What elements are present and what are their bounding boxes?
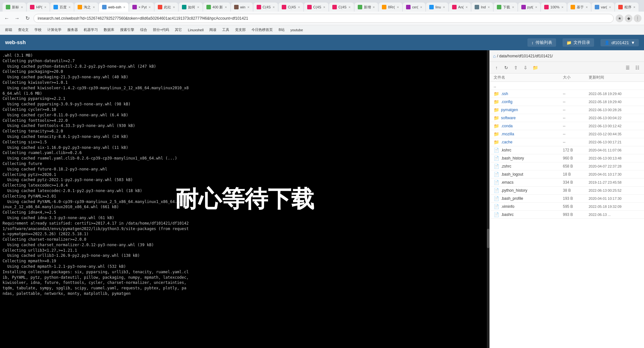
url-input[interactable] (33, 14, 614, 23)
browser-tab[interactable]: 新增× (355, 3, 378, 12)
tab-close-button[interactable]: × (397, 5, 399, 9)
fm-file-row[interactable]: 📁.conda--2022-06-13 00:12:42 (490, 122, 644, 130)
fm-file-row[interactable]: 📄.bash_profile193 B2020-04-01 10:17:30 (490, 195, 644, 203)
tab-close-button[interactable]: × (298, 5, 300, 9)
browser-tab[interactable]: C(4S× (279, 3, 303, 12)
bookmark-item[interactable]: 学校 (32, 27, 44, 33)
new-folder-button[interactable]: 📁 (531, 63, 539, 72)
tab-close-button[interactable]: × (69, 5, 71, 9)
tab-close-button[interactable]: × (273, 5, 275, 9)
tab-close-button[interactable]: × (247, 5, 249, 9)
browser-tab[interactable]: × Pyt× (129, 3, 154, 12)
bookmark-item[interactable]: Linuxshell (185, 27, 206, 33)
tab-close-button[interactable]: × (443, 5, 445, 9)
bookmark-item[interactable]: 查论文 (15, 27, 31, 33)
browser-tab[interactable]: 8Rr(× (379, 3, 402, 12)
tab-close-button[interactable]: × (21, 5, 23, 9)
bookmark-item[interactable]: 党支部 (232, 27, 248, 33)
bookmark-item[interactable]: 数据库 (101, 27, 117, 33)
fm-file-row[interactable]: 📁.config--2022-05-18 19:29:40 (490, 98, 644, 106)
fm-file-row[interactable]: 📄.zshrc658 B2020-04-07 22:37:28 (490, 162, 644, 170)
browser-tab[interactable]: var(× (592, 3, 614, 12)
fm-file-row[interactable]: 📄.kshrc172 B2020-04-01 11:07:06 (490, 146, 644, 154)
browser-tab[interactable]: 下载× (494, 3, 517, 12)
tab-close-button[interactable]: × (535, 5, 537, 9)
parent-dir-row[interactable]: .. (490, 82, 644, 90)
bookmark-item[interactable]: 综合 (137, 27, 150, 33)
terminal[interactable]: .whl (3.1 MB) Collecting python-dateutil… (0, 50, 489, 348)
tab-close-button[interactable]: × (148, 5, 150, 9)
tab-close-button[interactable]: × (123, 5, 125, 9)
tab-close-button[interactable]: × (348, 5, 350, 9)
download-button[interactable]: ⇩ (521, 63, 530, 72)
browser-tab[interactable]: An(× (449, 3, 471, 12)
browser-tab[interactable]: 100%× (541, 3, 567, 12)
browser-tab[interactable]: HP(× (27, 3, 49, 12)
bookmark-item[interactable]: 今日热榜首页 (249, 27, 275, 33)
browser-tab[interactable]: web-ssh× (99, 3, 128, 12)
browser-tab[interactable]: 如何× (179, 3, 202, 12)
browser-tab[interactable]: linu× (426, 3, 448, 12)
bookmark-item[interactable]: 邮箱 (3, 27, 15, 33)
fm-file-row[interactable]: 📄.bashrc993 B2022-06-13 ... (490, 211, 644, 219)
bookmark-item[interactable]: 服务器 (65, 27, 80, 33)
file-dir-btn[interactable]: 📁 文件目录 (563, 38, 594, 47)
tab-close-button[interactable]: × (561, 5, 563, 9)
reload-button[interactable]: ↻ (23, 14, 32, 23)
forward-button[interactable]: → (13, 14, 21, 23)
fm-file-row[interactable]: 📄.emacs334 B2019-11-27 23:45:58 (490, 179, 644, 187)
user-btn[interactable]: 👤 df101421 ▼ (601, 39, 639, 46)
browser-tab[interactable]: 此社× (155, 3, 178, 12)
browser-tab[interactable]: pyt(× (518, 3, 541, 12)
fm-file-row[interactable]: 📁pymatgen--2022-06-13 00:28:26 (490, 106, 644, 114)
browser-tab[interactable]: C(4S× (304, 3, 329, 12)
tab-close-button[interactable]: × (44, 5, 46, 9)
view-grid-button[interactable]: ☷ (633, 63, 641, 72)
tab-close-button[interactable]: × (633, 5, 635, 9)
terminal-scrollbar-thumb[interactable] (487, 229, 489, 248)
bookmark-star-icon[interactable]: ★ (616, 15, 623, 22)
bookmark-item[interactable]: 阅读 (207, 27, 219, 33)
fm-content[interactable]: .. 📁.ssh--2022-05-18 19:29:40📁.config--2… (490, 82, 644, 348)
browser-tab[interactable]: 百度× (50, 3, 74, 12)
tab-close-button[interactable]: × (197, 5, 199, 9)
tab-close-button[interactable]: × (93, 5, 95, 9)
browser-tab[interactable]: 新标× (3, 3, 26, 12)
extension-icon[interactable]: ◆ (625, 15, 632, 22)
fm-file-row[interactable]: 📄.viminfo595 B2022-05-18 19:32:09 (490, 203, 644, 211)
fm-file-row[interactable]: 📁software--2022-06-13 00:04:22 (490, 114, 644, 122)
tab-close-button[interactable]: × (225, 5, 227, 9)
parent-dir-button[interactable]: ↑ (492, 63, 501, 72)
bookmark-item[interactable]: 计算化学 (45, 27, 64, 33)
fm-file-row[interactable]: 📁.cache--2022-06-13 00:17:21 (490, 138, 644, 146)
tab-close-button[interactable]: × (512, 5, 514, 9)
tab-close-button[interactable]: × (323, 5, 325, 9)
back-button[interactable]: ← (3, 14, 11, 23)
bookmark-item[interactable]: youtube (288, 27, 306, 33)
bookmark-item[interactable]: 其它 (172, 27, 185, 33)
fm-file-row[interactable]: 📄.bash_history960 B2022-06-13 00:13:48 (490, 154, 644, 162)
fm-file-row[interactable]: 📄.bash_logout18 B2020-04-01 10:17:30 (490, 170, 644, 179)
tab-close-button[interactable]: × (586, 5, 588, 9)
bookmark-item[interactable]: B站 (276, 27, 287, 33)
settings-icon[interactable]: ⋮ (634, 15, 641, 22)
transfer-list-btn[interactable]: ↕ 传输列表 (527, 38, 556, 47)
refresh-button[interactable]: ↻ (502, 63, 510, 72)
tab-close-button[interactable]: × (488, 5, 490, 9)
browser-tab[interactable]: C(4S× (253, 3, 278, 12)
bookmark-item[interactable]: 部分+代码 (150, 27, 172, 33)
tab-close-button[interactable]: × (420, 5, 422, 9)
terminal-scrollbar[interactable] (487, 50, 489, 348)
fm-file-row[interactable]: 📄.python_history38 B2022-06-13 00:25:52 (490, 187, 644, 195)
bookmark-item[interactable]: 工具 (220, 27, 232, 33)
browser-tab[interactable]: 淘之× (74, 3, 98, 12)
tab-close-button[interactable]: × (609, 5, 611, 9)
bookmark-item[interactable]: 搜索引擎 (118, 27, 137, 33)
browser-tab[interactable]: 程序× (615, 3, 639, 12)
browser-tab[interactable]: C(4S× (329, 3, 354, 12)
tab-close-button[interactable]: × (173, 5, 175, 9)
upload-button[interactable]: ⇧ (512, 63, 520, 72)
tab-close-button[interactable]: × (466, 5, 468, 9)
browser-tab[interactable]: cer(× (403, 3, 425, 12)
fm-file-row[interactable]: 📁.ssh--2022-05-18 19:29:40 (490, 90, 644, 98)
